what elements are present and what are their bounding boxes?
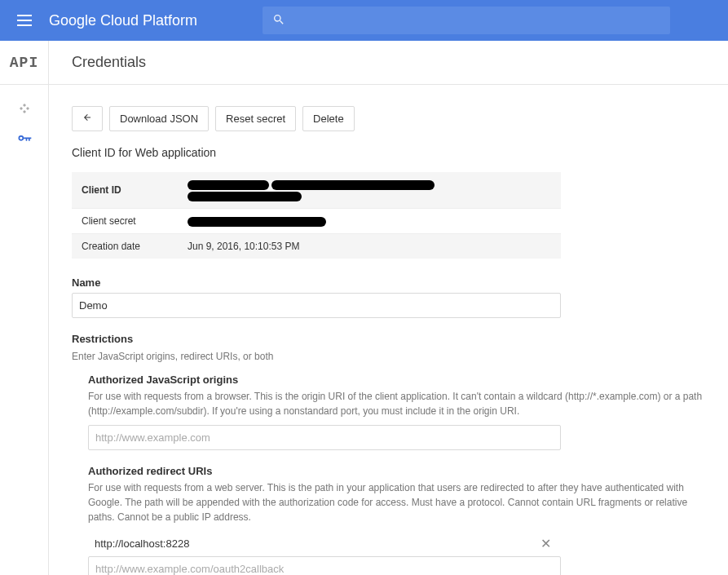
redirect-uris-help: For use with requests from a web server.…	[88, 480, 705, 524]
js-origins-input[interactable]	[88, 425, 561, 450]
search-box[interactable]	[263, 7, 670, 34]
client-id-heading: Client ID for Web application	[72, 146, 705, 159]
brand-label: Google Cloud Platform	[49, 12, 197, 29]
creation-date-value: Jun 9, 2016, 10:10:53 PM	[178, 234, 561, 259]
diamond-icon	[18, 102, 31, 117]
page-title: Credentials	[49, 41, 728, 84]
credential-info-table: Client ID Client secret Creation date Ju…	[72, 172, 561, 259]
client-id-value	[178, 172, 561, 209]
creation-date-label: Creation date	[72, 234, 178, 259]
table-row: Client secret	[72, 209, 561, 234]
redirect-uri-input[interactable]	[88, 556, 561, 575]
table-row: Creation date Jun 9, 2016, 10:10:53 PM	[72, 234, 561, 259]
restrictions-label: Restrictions	[72, 333, 705, 345]
js-origins-help: For use with requests from a browser. Th…	[88, 389, 705, 418]
close-icon: ✕	[540, 537, 551, 551]
name-input[interactable]	[72, 293, 561, 318]
back-button[interactable]	[72, 106, 103, 131]
client-secret-label: Client secret	[72, 209, 178, 234]
redirect-uri-text: http://localhost:8228	[95, 537, 189, 550]
sidebar-item-dashboard[interactable]	[16, 101, 33, 117]
menu-button[interactable]	[8, 4, 41, 37]
reset-secret-button[interactable]: Reset secret	[215, 106, 296, 131]
back-arrow-icon	[81, 113, 94, 125]
client-secret-value	[178, 209, 561, 234]
redirect-uris-label: Authorized redirect URIs	[88, 465, 705, 477]
key-icon	[16, 131, 33, 150]
search-icon	[272, 13, 285, 29]
redirect-uri-entry: http://localhost:8228 ✕	[88, 531, 561, 556]
sidebar-item-credentials[interactable]	[16, 132, 33, 148]
delete-button[interactable]: Delete	[302, 106, 355, 131]
product-abbrev: API	[0, 41, 49, 84]
client-id-label: Client ID	[72, 172, 178, 209]
js-origins-label: Authorized JavaScript origins	[88, 374, 705, 386]
table-row: Client ID	[72, 172, 561, 209]
search-input[interactable]	[293, 14, 660, 27]
restrictions-help: Enter JavaScript origins, redirect URIs,…	[72, 349, 705, 364]
name-label: Name	[72, 276, 705, 289]
download-json-button[interactable]: Download JSON	[109, 106, 209, 131]
remove-uri-button[interactable]: ✕	[537, 536, 554, 551]
